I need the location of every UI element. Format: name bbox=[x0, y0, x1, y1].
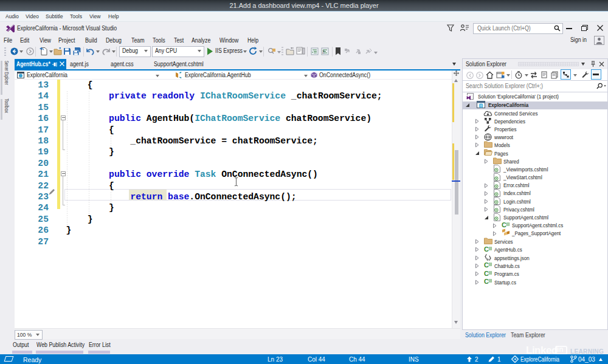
svg-text:C: C bbox=[484, 270, 489, 276]
svg-text:2: 2 bbox=[322, 50, 325, 54]
svg-text:C: C bbox=[484, 278, 489, 284]
svg-text:C: C bbox=[484, 261, 489, 268]
svg-text:C: C bbox=[502, 221, 506, 228]
svg-text:C: C bbox=[484, 246, 489, 252]
